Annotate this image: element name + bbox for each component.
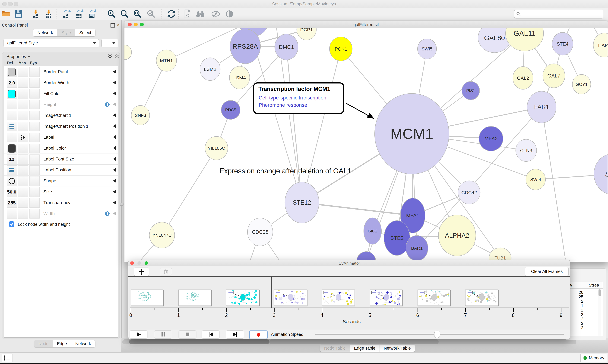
default-value-cell[interactable] xyxy=(7,209,17,219)
mapping-cell[interactable] xyxy=(18,78,28,88)
mapping-cell[interactable] xyxy=(18,89,28,99)
frame-thumbnail-6[interactable] xyxy=(417,289,450,306)
mapping-cell[interactable] xyxy=(18,100,28,109)
network-node-gic2[interactable]: GIC2 xyxy=(364,218,381,244)
playhead[interactable] xyxy=(271,277,272,308)
network-node-snf3[interactable]: SNF3 xyxy=(131,105,150,125)
info-icon[interactable] xyxy=(105,211,110,216)
expand-row-icon[interactable] xyxy=(113,103,116,106)
bypass-cell[interactable] xyxy=(29,111,40,120)
network-node-rps28a[interactable]: RPS28A xyxy=(230,29,261,64)
default-value-cell[interactable] xyxy=(7,165,17,175)
bypass-cell[interactable] xyxy=(29,198,40,208)
bypass-cell[interactable] xyxy=(29,165,40,175)
default-value-cell[interactable]: 50.0 xyxy=(7,187,17,197)
play-button[interactable] xyxy=(130,330,147,338)
lock-size-checkbox[interactable] xyxy=(9,221,14,227)
open-session-icon[interactable] xyxy=(1,9,11,18)
import-table-icon[interactable] xyxy=(44,9,53,18)
export-image-icon[interactable] xyxy=(88,9,97,18)
vertical-scrollbar-thumb[interactable] xyxy=(598,289,601,296)
frame-thumbnail-5[interactable] xyxy=(370,289,402,306)
pause-button[interactable] xyxy=(154,330,172,338)
network-node-swi4[interactable]: SWI4 xyxy=(526,169,545,190)
memory-button[interactable]: Memory xyxy=(580,353,607,363)
network-node-pis1[interactable]: PIS1 xyxy=(462,81,480,100)
skip-start-button[interactable] xyxy=(202,330,220,338)
skip-end-button[interactable] xyxy=(226,330,244,338)
bypass-cell[interactable] xyxy=(29,187,40,197)
network-node-bar1[interactable]: BAR1 xyxy=(406,235,428,261)
network-node-partial[interactable] xyxy=(357,252,376,261)
mapping-cell[interactable] xyxy=(18,187,28,197)
frame-thumbnail-2[interactable] xyxy=(226,289,259,306)
network-node-pdc5[interactable]: PDC5 xyxy=(221,100,240,119)
network-node-gcy1[interactable]: GCY1 xyxy=(572,75,591,94)
network-node-gal2[interactable]: GAL2 xyxy=(513,66,533,89)
network-node-ste12[interactable]: STE12 xyxy=(285,182,319,223)
mapping-cell[interactable] xyxy=(18,133,28,142)
mapping-cell[interactable] xyxy=(18,143,28,153)
export-network-icon[interactable] xyxy=(62,9,71,18)
network-node-mfa2[interactable]: MFA2 xyxy=(479,126,503,151)
expand-row-icon[interactable] xyxy=(113,179,116,182)
network-node-pck1[interactable]: PCK1 xyxy=(330,37,352,61)
collapse-all-icon[interactable] xyxy=(114,54,120,60)
style-dropdown[interactable]: galFiltered Style xyxy=(3,39,99,47)
frame-thumbnail-0[interactable] xyxy=(131,289,163,306)
clear-all-frames-button[interactable]: Clear All Frames xyxy=(525,267,568,276)
expand-row-icon[interactable] xyxy=(113,212,116,215)
expand-all-icon[interactable] xyxy=(108,54,113,60)
frame-thumbnail-1[interactable] xyxy=(179,289,211,306)
mapping-cell[interactable] xyxy=(18,67,28,77)
bypass-cell[interactable] xyxy=(29,100,40,109)
add-frame-button[interactable] xyxy=(134,268,149,276)
expand-row-icon[interactable] xyxy=(113,114,116,117)
network-node-cln3[interactable]: CLN3 xyxy=(516,139,537,161)
network-node-swi5[interactable]: SWI5 xyxy=(417,39,437,59)
network-node-yil105c[interactable]: YIL105C xyxy=(205,136,228,160)
frame-thumbnail-7[interactable] xyxy=(465,289,498,306)
delete-frame-button[interactable] xyxy=(160,268,172,275)
network-node-slt2[interactable]: SLT2 xyxy=(594,154,608,195)
annotation-link[interactable]: Pheromone response xyxy=(259,102,307,108)
network-node-lsm2[interactable]: LSM2 xyxy=(200,58,220,80)
default-value-cell[interactable]: 12 xyxy=(7,155,17,164)
network-node-cdc42[interactable]: CDC42 xyxy=(458,181,480,204)
network-node-mth1[interactable]: MTH1 xyxy=(156,50,177,71)
annotation-link[interactable]: Cell-type-specific transcription xyxy=(259,95,326,101)
network-node-dcp1[interactable]: DCP1 xyxy=(297,28,316,40)
tab-style[interactable]: Style xyxy=(57,29,75,36)
bypass-cell[interactable] xyxy=(29,133,40,142)
tab-node[interactable]: Node xyxy=(34,340,53,347)
network-canvas[interactable]: DCP1RPS28ADMC1PCK1MTH1LSM2LSM4SWI5GAL80G… xyxy=(124,28,608,261)
default-value-cell[interactable] xyxy=(7,89,17,99)
import-network-icon[interactable] xyxy=(31,9,40,18)
speed-slider-thumb[interactable] xyxy=(434,331,440,338)
zoom-out-icon[interactable] xyxy=(120,9,129,18)
network-node-mcm1[interactable]: MCM1 xyxy=(375,93,449,174)
properties-title[interactable]: Properties xyxy=(6,54,26,59)
close-panel-icon[interactable]: ✕ xyxy=(117,23,120,28)
default-value-cell[interactable]: 255 xyxy=(7,198,17,208)
expand-row-icon[interactable] xyxy=(113,92,116,95)
network-node-hap2[interactable]: HAP2 xyxy=(593,33,608,57)
expand-row-icon[interactable] xyxy=(113,190,116,193)
bypass-cell[interactable] xyxy=(29,209,40,219)
network-node-partial[interactable] xyxy=(124,45,132,60)
tab-network-table[interactable]: Network Table xyxy=(380,345,415,352)
expand-row-icon[interactable] xyxy=(113,70,116,73)
mapping-cell[interactable] xyxy=(18,165,28,175)
network-window-titlebar[interactable]: galFiltered.sif xyxy=(124,21,608,28)
tab-network[interactable]: Network xyxy=(71,340,95,347)
network-node-gal11[interactable]: GAL11 xyxy=(506,28,544,51)
panel-menu-button[interactable] xyxy=(2,353,13,363)
column-header-stress[interactable]: Stres xyxy=(589,283,599,288)
network-node-alpha2[interactable]: ALPHA2 xyxy=(438,215,476,256)
default-value-cell[interactable] xyxy=(7,111,17,120)
network-node-dmc1[interactable]: DMC1 xyxy=(275,34,298,60)
frame-thumbnail-4[interactable] xyxy=(322,289,355,306)
bypass-cell[interactable] xyxy=(29,89,40,99)
expand-row-icon[interactable] xyxy=(113,135,116,139)
export-table-icon[interactable] xyxy=(75,9,84,18)
